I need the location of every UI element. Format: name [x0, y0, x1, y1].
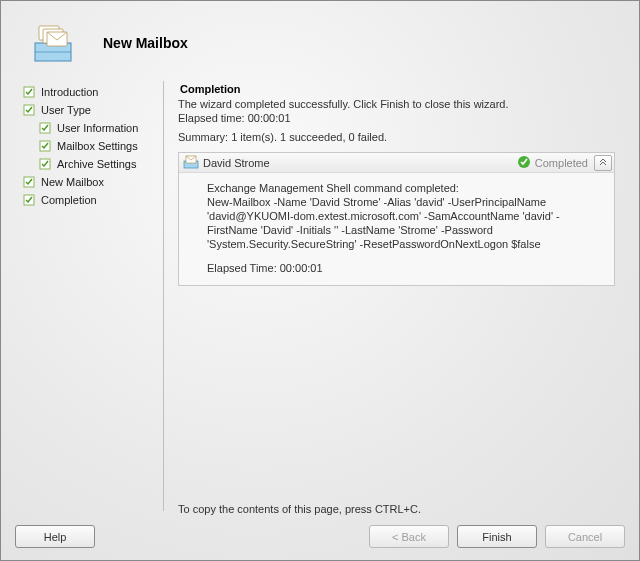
result-panel: David Strome Completed Exchange Manageme…	[178, 152, 615, 286]
mailbox-icon	[29, 19, 77, 67]
summary-text: Summary: 1 item(s). 1 succeeded, 0 faile…	[178, 131, 615, 143]
check-icon	[39, 140, 51, 152]
check-icon	[23, 104, 35, 116]
check-icon	[39, 122, 51, 134]
sidebar-item-completion[interactable]: Completion	[23, 191, 163, 209]
help-button[interactable]: Help	[15, 525, 95, 548]
check-icon	[23, 176, 35, 188]
chevron-up-icon	[598, 158, 608, 168]
sidebar-item-label: Mailbox Settings	[57, 137, 138, 155]
finish-button[interactable]: Finish	[457, 525, 537, 548]
result-elapsed: Elapsed Time: 00:00:01	[207, 261, 604, 275]
wizard-body: Introduction User Type User Information …	[11, 75, 629, 519]
sidebar-item-mailbox-settings[interactable]: Mailbox Settings	[23, 137, 163, 155]
sidebar-item-label: Completion	[41, 191, 97, 209]
sidebar-item-label: User Type	[41, 101, 91, 119]
result-body-command: New-Mailbox -Name 'David Strome' -Alias …	[207, 195, 604, 251]
content-title: Completion	[180, 83, 615, 95]
sidebar-item-introduction[interactable]: Introduction	[23, 83, 163, 101]
sidebar-item-label: Archive Settings	[57, 155, 136, 173]
copy-hint: To copy the contents of this page, press…	[178, 503, 615, 519]
wizard-buttons: Help < Back Finish Cancel	[11, 519, 629, 548]
check-icon	[23, 194, 35, 206]
result-name: David Strome	[203, 157, 517, 169]
check-icon	[23, 86, 35, 98]
success-icon	[517, 155, 531, 171]
result-header[interactable]: David Strome Completed	[179, 153, 614, 173]
sidebar-item-label: Introduction	[41, 83, 98, 101]
wizard-steps-sidebar: Introduction User Type User Information …	[11, 79, 163, 519]
sidebar-item-label: User Information	[57, 119, 138, 137]
back-button[interactable]: < Back	[369, 525, 449, 548]
result-status: Completed	[535, 157, 588, 169]
wizard-header: New Mailbox	[11, 11, 629, 75]
sidebar-item-archive-settings[interactable]: Archive Settings	[23, 155, 163, 173]
result-body: Exchange Management Shell command comple…	[179, 173, 614, 285]
sidebar-item-label: New Mailbox	[41, 173, 104, 191]
mailbox-small-icon	[183, 155, 199, 171]
wizard-title: New Mailbox	[103, 35, 188, 51]
wizard-content: Completion The wizard completed successf…	[164, 79, 629, 519]
wizard-window: New Mailbox Introduction User Type User …	[0, 0, 640, 561]
check-icon	[39, 158, 51, 170]
sidebar-item-new-mailbox[interactable]: New Mailbox	[23, 173, 163, 191]
content-message: The wizard completed successfully. Click…	[178, 98, 615, 110]
elapsed-time: Elapsed time: 00:00:01	[178, 112, 615, 124]
cancel-button[interactable]: Cancel	[545, 525, 625, 548]
sidebar-item-user-information[interactable]: User Information	[23, 119, 163, 137]
collapse-button[interactable]	[594, 155, 612, 171]
sidebar-item-user-type[interactable]: User Type	[23, 101, 163, 119]
result-body-line1: Exchange Management Shell command comple…	[207, 181, 604, 195]
